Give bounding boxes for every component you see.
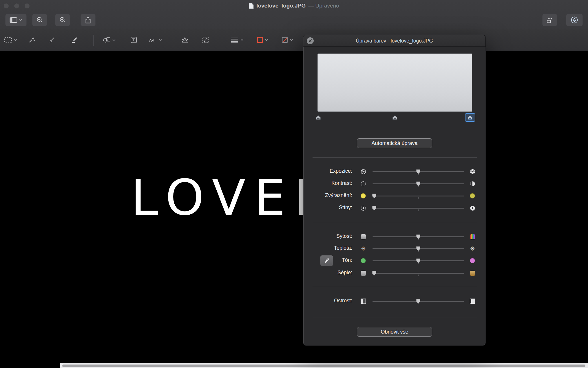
panel-divider xyxy=(313,157,477,158)
preview-window: LOVEL lovelove_logo.JPG — Upraveno xyxy=(0,0,588,368)
slider-row-highlights: Zvýraznění: xyxy=(303,190,485,202)
black-point-handle[interactable] xyxy=(315,115,321,120)
slider-thumb[interactable] xyxy=(416,246,421,251)
auto-adjust-button[interactable]: Automatická úprava xyxy=(357,138,432,148)
main-toolbar xyxy=(0,12,588,29)
slider-label: Sytost: xyxy=(303,233,352,239)
chevron-down-icon xyxy=(240,39,244,41)
slider-thumb[interactable] xyxy=(372,271,377,276)
reset-all-button[interactable]: Obnovit vše xyxy=(357,327,432,337)
sun-bright-icon: ☀ xyxy=(469,245,476,252)
yellow-circle-icon xyxy=(360,193,366,199)
circle-outline-icon xyxy=(360,181,366,187)
markup-button[interactable] xyxy=(566,14,583,26)
magenta-circle-icon xyxy=(469,257,476,264)
chevron-down-icon xyxy=(159,39,162,41)
border-color-tool[interactable] xyxy=(257,37,268,43)
slider-row-exposure: Expozice: xyxy=(303,166,485,177)
magic-wand-icon xyxy=(28,37,35,43)
midtone-handle[interactable] xyxy=(392,115,398,120)
slider-label: Teplota: xyxy=(303,245,352,251)
toolbar-divider xyxy=(93,35,94,46)
instant-alpha-tool[interactable] xyxy=(28,37,35,43)
slider-thumb[interactable] xyxy=(416,181,421,186)
line-style-icon xyxy=(231,37,239,43)
gray-swatch-icon xyxy=(360,270,366,276)
slider-thumb[interactable] xyxy=(416,169,421,174)
adjust-color-tool[interactable] xyxy=(181,37,188,43)
aperture-icon xyxy=(360,168,366,175)
window-title: lovelove_logo.JPG — Upraveno xyxy=(0,0,588,12)
gray-swatch-icon xyxy=(360,233,366,240)
slider-label: Tón: xyxy=(303,257,352,263)
line-style-tool[interactable] xyxy=(231,37,244,43)
slider-row-contrast: Kontrast: xyxy=(303,178,485,189)
window-title-filename: lovelove_logo.JPG xyxy=(256,3,306,9)
fill-color-icon xyxy=(282,37,288,43)
panel-divider xyxy=(313,287,477,287)
slider-thumb[interactable] xyxy=(372,206,377,211)
adjust-color-panel: Úprava barev - lovelove_logo.JPG Automat… xyxy=(303,35,486,346)
sign-tool[interactable] xyxy=(149,37,162,43)
resize-icon xyxy=(202,37,209,43)
document-icon xyxy=(249,3,254,9)
panel-divider xyxy=(313,222,477,222)
sketch-tool[interactable] xyxy=(48,37,55,43)
horizontal-scrollbar-thumb[interactable] xyxy=(62,365,585,367)
sketch-pen-icon xyxy=(48,37,55,43)
chevron-down-icon xyxy=(112,39,116,41)
share-button[interactable] xyxy=(81,14,96,26)
sharp-square-icon xyxy=(469,298,476,304)
slider-row-sepia: Sépie: xyxy=(303,267,485,279)
rotate-left-icon xyxy=(546,17,553,23)
adjust-size-tool[interactable] xyxy=(202,37,209,43)
slider-label: Ostrost: xyxy=(303,298,352,304)
slider-label: Kontrast: xyxy=(303,180,352,186)
draw-tool[interactable] xyxy=(71,37,78,43)
panel-close-button[interactable] xyxy=(307,37,314,44)
circle-dot-filled-icon xyxy=(469,205,476,211)
olive-circle-icon xyxy=(469,193,476,199)
horizontal-scrollbar[interactable] xyxy=(60,363,588,368)
window-header: lovelove_logo.JPG — Upraveno xyxy=(0,0,588,51)
zoom-out-button[interactable] xyxy=(32,14,47,26)
markup-pen-icon xyxy=(571,16,578,24)
image-canvas[interactable]: LOVEL xyxy=(0,51,588,368)
close-icon xyxy=(308,39,312,43)
share-icon xyxy=(85,16,91,23)
rectangular-selection-tool[interactable] xyxy=(4,37,17,43)
shapes-icon xyxy=(103,37,111,43)
slider-row-tint: Tón: xyxy=(303,255,485,266)
slider-row-temperature: Teplota: ☀ ☀ xyxy=(303,243,485,254)
zoom-in-button[interactable] xyxy=(55,14,70,26)
slider-row-shadows: Stíny: xyxy=(303,202,485,214)
dashed-rect-icon xyxy=(4,37,12,43)
rotate-left-button[interactable] xyxy=(542,14,557,26)
white-point-handle[interactable] xyxy=(467,115,473,120)
slider-label: Sépie: xyxy=(303,270,352,276)
slider-thumb[interactable] xyxy=(416,258,421,263)
fill-color-tool[interactable] xyxy=(282,37,293,43)
slider-thumb[interactable] xyxy=(416,299,421,304)
slider-thumb[interactable] xyxy=(416,234,421,239)
sidebar-button[interactable] xyxy=(5,14,27,26)
slider-row-sharpness: Ostrost: xyxy=(303,295,485,307)
shapes-tool[interactable] xyxy=(103,37,116,43)
sidebar-icon xyxy=(10,17,17,23)
text-tool[interactable] xyxy=(130,37,137,43)
slider-thumb[interactable] xyxy=(372,194,377,198)
prism-icon xyxy=(181,37,188,43)
soft-square-icon xyxy=(360,298,366,304)
sepia-swatch-icon xyxy=(469,270,476,276)
zoom-out-icon xyxy=(36,17,43,23)
slider-row-saturation: Sytost: xyxy=(303,231,485,242)
aperture-filled-icon xyxy=(469,168,476,175)
circle-half-icon xyxy=(469,181,476,187)
panel-titlebar[interactable]: Úprava barev - lovelove_logo.JPG xyxy=(303,35,485,47)
slider-label: Zvýraznění: xyxy=(303,192,352,198)
zoom-in-icon xyxy=(59,17,66,23)
markup-toolbar xyxy=(0,29,588,51)
text-box-icon xyxy=(130,37,137,43)
chevron-down-icon xyxy=(290,39,293,41)
chevron-down-icon xyxy=(265,39,268,41)
